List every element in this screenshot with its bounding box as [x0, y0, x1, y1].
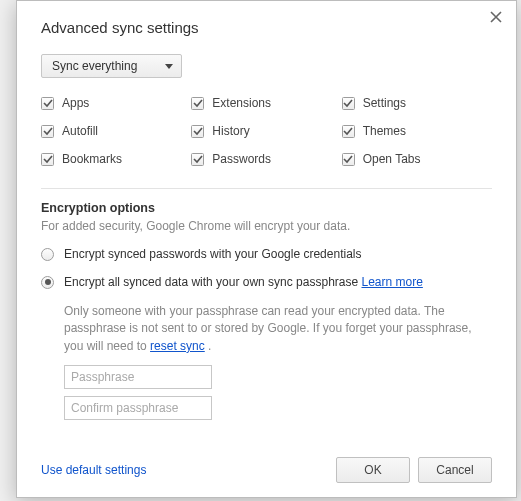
dialog-title: Advanced sync settings — [41, 19, 492, 36]
checkbox-passwords[interactable]: Passwords — [191, 152, 341, 166]
confirm-passphrase-input[interactable] — [64, 396, 212, 420]
close-icon — [490, 11, 502, 23]
checkbox-themes[interactable]: Themes — [342, 124, 492, 138]
checkbox-history[interactable]: History — [191, 124, 341, 138]
radio-icon — [41, 248, 54, 261]
divider — [41, 188, 492, 189]
checkbox-label: Autofill — [62, 124, 98, 138]
checkbox-extensions[interactable]: Extensions — [191, 96, 341, 110]
check-icon — [342, 153, 355, 166]
ok-button[interactable]: OK — [336, 457, 410, 483]
use-default-settings-link[interactable]: Use default settings — [41, 463, 146, 477]
cancel-button[interactable]: Cancel — [418, 457, 492, 483]
check-icon — [41, 153, 54, 166]
radio-google-credentials[interactable]: Encrypt synced passwords with your Googl… — [41, 247, 492, 261]
checkbox-label: Themes — [363, 124, 406, 138]
checkbox-label: Settings — [363, 96, 406, 110]
encryption-desc: For added security, Google Chrome will e… — [41, 219, 492, 233]
passphrase-warning-suffix: . — [205, 339, 212, 353]
check-icon — [191, 153, 204, 166]
passphrase-input[interactable] — [64, 365, 212, 389]
radio-label: Encrypt synced passwords with your Googl… — [64, 247, 361, 261]
checkbox-label: Open Tabs — [363, 152, 421, 166]
dialog-footer: Use default settings OK Cancel — [41, 457, 492, 483]
sync-mode-value: Sync everything — [52, 59, 137, 73]
radio-label: Encrypt all synced data with your own sy… — [64, 275, 423, 289]
check-icon — [342, 97, 355, 110]
sync-mode-select[interactable]: Sync everything — [41, 54, 182, 78]
checkbox-label: History — [212, 124, 249, 138]
reset-sync-link[interactable]: reset sync — [150, 339, 205, 353]
checkbox-apps[interactable]: Apps — [41, 96, 191, 110]
checkbox-autofill[interactable]: Autofill — [41, 124, 191, 138]
footer-buttons: OK Cancel — [336, 457, 492, 483]
checkbox-label: Extensions — [212, 96, 271, 110]
passphrase-warning-text: Only someone with your passphrase can re… — [64, 304, 472, 353]
radio-label-text: Encrypt all synced data with your own sy… — [64, 275, 361, 289]
passphrase-warning: Only someone with your passphrase can re… — [64, 303, 492, 355]
check-icon — [342, 125, 355, 138]
passphrase-section: Only someone with your passphrase can re… — [64, 303, 492, 420]
checkbox-label: Bookmarks — [62, 152, 122, 166]
chevron-down-icon — [165, 64, 173, 69]
checkbox-label: Apps — [62, 96, 89, 110]
check-icon — [191, 125, 204, 138]
check-icon — [41, 97, 54, 110]
checkbox-open-tabs[interactable]: Open Tabs — [342, 152, 492, 166]
learn-more-link[interactable]: Learn more — [361, 275, 422, 289]
checkbox-settings[interactable]: Settings — [342, 96, 492, 110]
encryption-heading: Encryption options — [41, 201, 492, 215]
radio-own-passphrase[interactable]: Encrypt all synced data with your own sy… — [41, 275, 492, 289]
check-icon — [191, 97, 204, 110]
radio-icon — [41, 276, 54, 289]
checkbox-label: Passwords — [212, 152, 271, 166]
sync-items-grid: Apps Extensions Settings Autofill Histor… — [41, 96, 492, 166]
close-button[interactable] — [490, 11, 504, 25]
checkbox-bookmarks[interactable]: Bookmarks — [41, 152, 191, 166]
check-icon — [41, 125, 54, 138]
advanced-sync-dialog: Advanced sync settings Sync everything A… — [16, 0, 517, 498]
